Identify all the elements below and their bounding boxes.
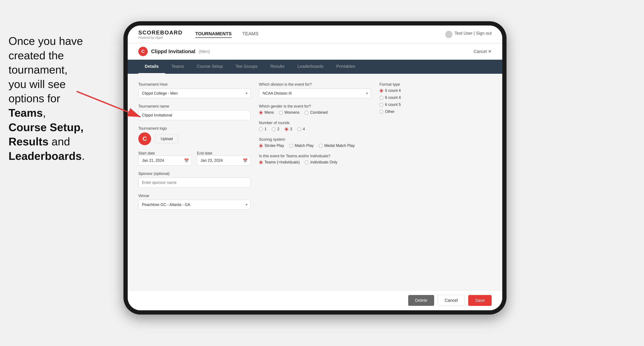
start-date-label: Start date [138,151,155,155]
scoring-medal[interactable]: Medal Match Play [319,144,355,148]
rounds-label: Number of rounds [259,121,371,125]
rounds-1[interactable]: 1 [259,127,267,131]
rounds-2-radio[interactable] [272,127,276,131]
scoring-stroke-label: Stroke Play [264,144,284,148]
breadcrumb-left: C Clippd Invitational (Men) [138,47,210,56]
gender-combined-radio[interactable] [304,111,308,115]
scoring-medal-label: Medal Match Play [324,144,355,148]
venue-select[interactable]: Peachtree GC - Atlanta - GA [138,200,250,209]
format-6count5-label: 6 count 5 [385,102,401,107]
cancel-link[interactable]: Cancel ✕ [474,49,492,54]
format-type-options: 5 count 4 6 count 4 6 count 5 [380,88,492,114]
scoring-stroke[interactable]: Stroke Play [259,144,284,148]
tab-course-setup[interactable]: Course Setup [190,60,229,74]
tournament-name-input[interactable] [138,110,250,120]
rounds-3[interactable]: 3 [284,127,292,131]
tab-printables[interactable]: Printables [330,60,362,74]
gender-mens[interactable]: Mens [259,110,274,115]
user-icon [445,31,452,38]
breadcrumb-icon: C [138,47,148,56]
tournament-name-label: Tournament name [138,104,250,109]
gender-womens[interactable]: Womens [279,110,300,115]
venue-group: Venue Peachtree GC - Atlanta - GA [138,194,250,209]
tab-details[interactable]: Details [138,60,165,74]
upload-button[interactable]: Upload [155,134,178,144]
scoring-medal-radio[interactable] [319,144,323,148]
tournament-logo-group: Tournament logo C Upload [138,126,250,145]
tablet-screen: SCOREBOARD Powered by clippd TOURNAMENTS… [128,25,502,310]
format-6count5[interactable]: 6 count 5 [380,102,492,107]
rounds-1-radio[interactable] [259,127,263,131]
format-other[interactable]: Other [380,109,492,114]
instruction-text: Once you have created the tournament, yo… [0,25,119,172]
division-group: Which division is the event for? NCAA Di… [259,82,371,98]
sponsor-label: Sponsor (optional) [138,172,250,176]
tab-teams[interactable]: Teams [165,60,190,74]
nav-tournaments[interactable]: TOURNAMENTS [195,31,232,38]
nav-links: TOURNAMENTS TEAMS [195,31,445,38]
format-type-group: Format type 5 count 4 6 count 4 [380,82,492,114]
scoring-label: Scoring system [259,137,371,142]
save-button[interactable]: Save [468,295,492,306]
user-text[interactable]: Test User | Sign out [454,31,492,38]
tournament-host-group: Tournament Host Clippd College - Men [138,82,250,98]
end-date-group: End date [197,151,250,166]
nav-teams[interactable]: TEAMS [242,31,258,38]
gender-womens-radio[interactable] [279,111,283,115]
teams-radio[interactable] [259,161,263,164]
gender-label: Which gender is the event for? [259,104,371,109]
format-5count4-radio[interactable] [380,89,383,93]
rounds-4[interactable]: 4 [297,127,305,131]
cancel-button[interactable]: Cancel [438,295,465,306]
gender-womens-label: Womens [284,110,300,115]
delete-button[interactable]: Delete [408,295,434,306]
main-content: Tournament Host Clippd College - Men Tou… [128,74,502,290]
breadcrumb-sub: (Men) [199,49,210,54]
division-select[interactable]: NCAA Division III [259,88,371,98]
start-date-input[interactable] [138,156,192,166]
end-date-input[interactable] [197,156,250,166]
logo-title: SCOREBOARD [138,29,182,36]
form-col-2: Which division is the event for? NCAA Di… [259,82,371,209]
venue-select-wrapper: Peachtree GC - Atlanta - GA [138,200,250,209]
rounds-4-radio[interactable] [297,127,301,131]
scoring-stroke-radio[interactable] [259,144,263,148]
rounds-2[interactable]: 2 [272,127,280,131]
date-row: Start date End date [138,151,250,166]
format-6count4-label: 6 count 4 [385,95,401,100]
scoring-match[interactable]: Match Play [289,144,314,148]
individuals-option[interactable]: Individuals Only [305,160,337,165]
individuals-radio[interactable] [305,161,308,164]
start-date-group: Start date [138,151,192,166]
sponsor-input[interactable] [138,178,250,188]
division-select-wrapper: NCAA Division III [259,88,371,98]
format-other-radio[interactable] [380,110,383,114]
tab-tee-groups[interactable]: Tee Groups [229,60,264,74]
tab-leaderboards[interactable]: Leaderboards [291,60,330,74]
rounds-3-label: 3 [290,127,292,131]
teams-individuals-group: Is this event for Teams and/or Individua… [259,154,371,165]
format-6count4[interactable]: 6 count 4 [380,95,492,100]
tournament-logo-label: Tournament logo [138,126,250,131]
scoring-match-radio[interactable] [289,144,293,148]
rounds-3-radio[interactable] [284,127,288,131]
tournament-host-select[interactable]: Clippd College - Men [138,88,250,98]
format-6count4-radio[interactable] [380,96,383,100]
gender-combined[interactable]: Combined [304,110,328,115]
end-date-label: End date [197,151,212,155]
gender-mens-radio[interactable] [259,111,263,115]
rounds-options: 1 2 3 [259,127,371,131]
gender-combined-label: Combined [310,110,328,115]
rounds-2-label: 2 [277,127,280,131]
format-6count5-radio[interactable] [380,103,383,107]
format-other-label: Other [385,109,394,114]
end-date-wrapper [197,156,250,166]
tab-results[interactable]: Results [264,60,291,74]
gender-group: Which gender is the event for? Mens Wome… [259,104,371,115]
logo-upload-area: C Upload [138,132,250,145]
format-5count4[interactable]: 5 count 4 [380,88,492,93]
teams-option[interactable]: Teams (+Individuals) [259,160,300,165]
sponsor-group: Sponsor (optional) [138,172,250,188]
form-col-3: Format type 5 count 4 6 count 4 [380,82,492,209]
gender-options: Mens Womens Combined [259,110,371,115]
